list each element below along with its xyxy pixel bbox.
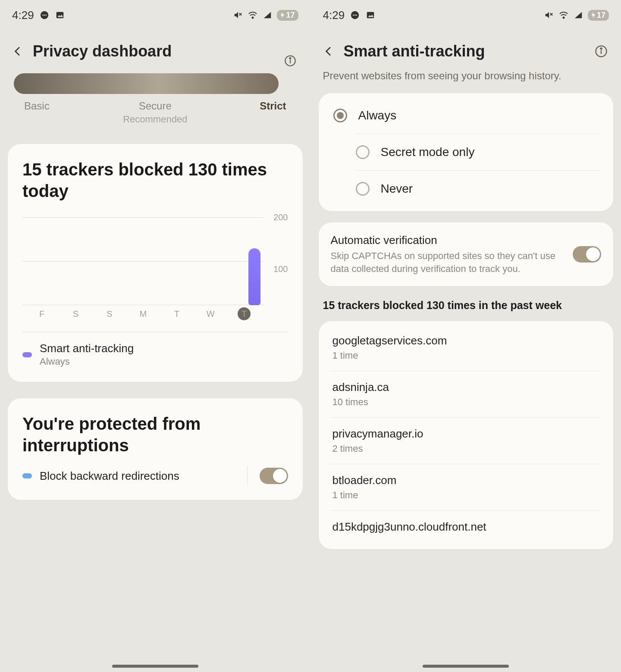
radio-unchecked-icon bbox=[356, 182, 370, 196]
image-icon bbox=[55, 10, 65, 20]
home-indicator[interactable] bbox=[112, 665, 198, 668]
radio-checked-icon bbox=[333, 109, 347, 122]
option-never[interactable]: Never bbox=[356, 170, 602, 207]
svg-point-1 bbox=[42, 15, 44, 16]
svg-rect-4 bbox=[56, 12, 63, 19]
svg-point-2 bbox=[44, 15, 45, 16]
mute-icon bbox=[233, 10, 243, 20]
wifi-icon bbox=[248, 10, 258, 20]
chart-bar-today bbox=[248, 248, 260, 305]
svg-point-27 bbox=[601, 48, 602, 49]
legend-swatch-icon bbox=[22, 352, 32, 357]
signal-icon bbox=[573, 10, 583, 20]
block-backward-toggle[interactable] bbox=[260, 468, 288, 484]
status-bar: 4:29 bbox=[319, 0, 614, 30]
signal-icon bbox=[262, 10, 273, 20]
smart-anti-tracking-row[interactable]: Smart anti-tracking Always bbox=[22, 332, 288, 367]
chart-day-1: S bbox=[59, 309, 92, 319]
privacy-level-selector: Basic Secure Recommended Strict bbox=[8, 69, 303, 128]
automatic-verification-card: Automatic verification Skip CAPTCHAs on … bbox=[319, 222, 614, 286]
block-backward-label: Block backward redirections bbox=[40, 469, 235, 483]
chart-day-4: T bbox=[160, 309, 194, 319]
option-secret-mode[interactable]: Secret mode only bbox=[356, 134, 602, 170]
level-secure[interactable]: Secure Recommended bbox=[112, 100, 199, 125]
tracking-options-card: Always Secret mode only Never bbox=[319, 93, 614, 211]
info-icon[interactable] bbox=[284, 54, 297, 67]
svg-point-3 bbox=[45, 15, 47, 16]
legend-swatch-blue-icon bbox=[22, 473, 32, 478]
message-icon bbox=[350, 10, 360, 20]
back-button[interactable] bbox=[321, 44, 336, 59]
svg-marker-24 bbox=[592, 12, 596, 18]
auto-verify-desc: Skip CAPTCHAs on supported sites so they… bbox=[331, 250, 565, 275]
radio-unchecked-icon bbox=[356, 145, 370, 159]
legend-value: Always bbox=[40, 356, 134, 367]
tracker-row[interactable]: adsninja.ca 10 times bbox=[331, 371, 602, 417]
status-time: 4:29 bbox=[323, 9, 345, 22]
chart-ytick-200: 200 bbox=[273, 213, 288, 222]
auto-verify-title: Automatic verification bbox=[331, 234, 565, 247]
tracker-row[interactable]: btloader.com 1 time bbox=[331, 464, 602, 510]
back-button[interactable] bbox=[10, 44, 25, 59]
auto-verify-toggle[interactable] bbox=[573, 246, 601, 263]
svg-point-8 bbox=[252, 17, 254, 19]
page-title: Smart anti-tracking bbox=[344, 42, 586, 60]
chart-day-6: T bbox=[227, 307, 261, 320]
protected-heading: You're protected from interruptions bbox=[22, 413, 288, 456]
chart-ytick-100: 100 bbox=[273, 264, 288, 274]
mute-icon bbox=[544, 10, 554, 20]
protected-card: You're protected from interruptions Bloc… bbox=[8, 398, 303, 500]
level-basic[interactable]: Basic bbox=[24, 100, 112, 125]
svg-marker-10 bbox=[281, 12, 285, 18]
svg-marker-23 bbox=[575, 12, 582, 19]
battery-indicator: 17 bbox=[277, 10, 298, 21]
svg-rect-18 bbox=[367, 12, 374, 19]
svg-point-15 bbox=[353, 15, 354, 16]
info-icon[interactable] bbox=[593, 44, 609, 59]
privacy-dashboard-screen: 4:29 bbox=[0, 0, 310, 672]
tracker-row[interactable]: privacymanager.io 2 times bbox=[331, 417, 602, 464]
legend-title: Smart anti-tracking bbox=[40, 342, 134, 355]
trackers-chart: 200 100 F S S M T W T bbox=[22, 217, 288, 321]
svg-point-16 bbox=[354, 15, 356, 16]
option-always[interactable]: Always bbox=[331, 97, 602, 134]
level-strict[interactable]: Strict bbox=[199, 100, 286, 125]
week-trackers-heading: 15 trackers blocked 130 times in the pas… bbox=[319, 286, 614, 312]
battery-indicator: 17 bbox=[588, 10, 609, 21]
image-icon bbox=[365, 10, 376, 20]
chart-day-2: S bbox=[92, 309, 126, 319]
privacy-level-slider[interactable] bbox=[14, 73, 279, 94]
message-icon bbox=[39, 10, 50, 20]
svg-point-17 bbox=[356, 15, 357, 16]
chart-day-0: F bbox=[25, 309, 59, 319]
status-bar: 4:29 bbox=[8, 0, 303, 30]
svg-marker-9 bbox=[264, 12, 271, 19]
smart-anti-tracking-screen: 4:29 bbox=[310, 0, 621, 672]
page-subtitle: Prevent websites from seeing your browsi… bbox=[319, 69, 614, 82]
status-time: 4:29 bbox=[12, 9, 34, 22]
tracker-row[interactable]: googletagservices.com 1 time bbox=[331, 325, 602, 371]
home-indicator[interactable] bbox=[423, 665, 509, 668]
trackers-list-card: googletagservices.com 1 time adsninja.ca… bbox=[319, 321, 614, 549]
chart-day-5: W bbox=[194, 309, 227, 319]
trackers-card: 15 trackers blocked 130 times today 200 … bbox=[8, 144, 303, 382]
chart-day-3: M bbox=[126, 309, 160, 319]
page-title: Privacy dashboard bbox=[33, 42, 298, 60]
svg-point-22 bbox=[563, 17, 564, 19]
wifi-icon bbox=[558, 10, 569, 20]
svg-point-13 bbox=[289, 58, 291, 59]
trackers-heading: 15 trackers blocked 130 times today bbox=[22, 159, 288, 202]
tracker-row[interactable]: d15kdpgjg3unno.cloudfront.net bbox=[331, 510, 602, 546]
